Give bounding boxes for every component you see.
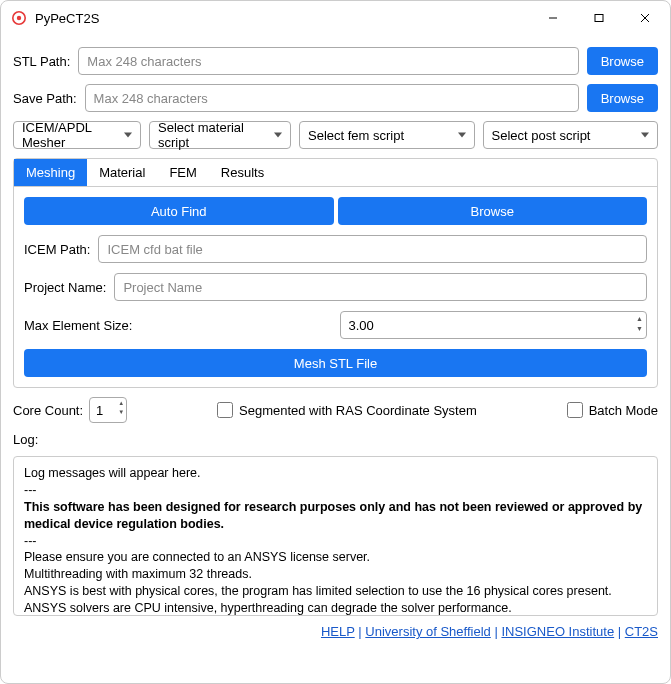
help-link[interactable]: HELP [321,624,355,639]
fem-script-select[interactable]: Select fem script [299,121,475,149]
log-line: Please ensure you are connected to an AN… [24,549,647,566]
tab-fem[interactable]: FEM [157,159,208,186]
maximize-button[interactable] [576,2,622,34]
max-element-spinner[interactable]: ▲▼ [636,314,643,334]
chevron-down-icon: ▼ [636,324,643,334]
tab-results[interactable]: Results [209,159,276,186]
log-warning: This software has been designed for rese… [24,499,647,533]
stl-browse-button[interactable]: Browse [587,47,658,75]
max-element-size-input[interactable] [340,311,648,339]
uos-link[interactable]: University of Sheffield [365,624,491,639]
app-window: PyPeCT2S STL Path: Browse Save Path: Bro… [0,0,671,684]
log-line: ANSYS solvers are CPU intensive, hyperth… [24,600,647,616]
save-path-input[interactable] [85,84,579,112]
log-line: --- [24,482,647,499]
options-row: Core Count: ▲▼ Segmented with RAS Coordi… [13,397,658,423]
footer-links: HELP | University of Sheffield | INSIGNE… [1,622,670,645]
core-count-label: Core Count: [13,403,83,418]
chevron-down-icon: ▼ [118,408,124,417]
log-label: Log: [13,432,658,447]
ras-checkbox-wrapper[interactable]: Segmented with RAS Coordinate System [217,402,477,418]
ras-checkbox[interactable] [217,402,233,418]
app-title: PyPeCT2S [35,11,530,26]
svg-rect-3 [595,15,603,22]
batch-checkbox-wrapper[interactable]: Batch Mode [567,402,658,418]
save-path-row: Save Path: Browse [13,84,658,112]
project-name-input[interactable] [114,273,647,301]
material-script-select[interactable]: Select material script [149,121,291,149]
stl-path-label: STL Path: [13,54,70,69]
titlebar: PyPeCT2S [1,1,670,35]
svg-point-1 [17,16,21,20]
batch-checkbox[interactable] [567,402,583,418]
chevron-up-icon: ▲ [636,314,643,324]
stl-path-row: STL Path: Browse [13,47,658,75]
tab-material[interactable]: Material [87,159,157,186]
ct2s-link[interactable]: CT2S [625,624,658,639]
minimize-button[interactable] [530,2,576,34]
app-logo-icon [11,10,27,26]
post-script-select[interactable]: Select post script [483,121,659,149]
stl-path-input[interactable] [78,47,578,75]
tabbar: Meshing Material FEM Results [14,159,657,187]
close-button[interactable] [622,2,668,34]
tabs-container: Meshing Material FEM Results Auto Find B… [13,158,658,388]
tab-meshing[interactable]: Meshing [14,159,87,186]
log-line: Log messages will appear here. [24,465,647,482]
log-line: ANSYS is best with physical cores, the p… [24,583,647,600]
ras-label: Segmented with RAS Coordinate System [239,403,477,418]
max-element-size-label: Max Element Size: [24,318,332,333]
mesh-stl-button[interactable]: Mesh STL File [24,349,647,377]
insigneo-link[interactable]: INSIGNEO Institute [501,624,614,639]
log-output: Log messages will appear here. --- This … [13,456,658,616]
batch-label: Batch Mode [589,403,658,418]
log-line: --- [24,533,647,550]
icem-path-input[interactable] [98,235,647,263]
core-count-spinner[interactable]: ▲▼ [118,399,124,417]
log-line: Multithreading with maximum 32 threads. [24,566,647,583]
chevron-up-icon: ▲ [118,399,124,408]
tab-body-meshing: Auto Find Browse ICEM Path: Project Name… [14,187,657,387]
project-name-label: Project Name: [24,280,106,295]
icem-path-label: ICEM Path: [24,242,90,257]
save-path-label: Save Path: [13,91,77,106]
script-select-row: ICEM/APDL Mesher Select material script … [13,121,658,149]
save-browse-button[interactable]: Browse [587,84,658,112]
icem-browse-button[interactable]: Browse [338,197,648,225]
auto-find-button[interactable]: Auto Find [24,197,334,225]
mesher-select[interactable]: ICEM/APDL Mesher [13,121,141,149]
